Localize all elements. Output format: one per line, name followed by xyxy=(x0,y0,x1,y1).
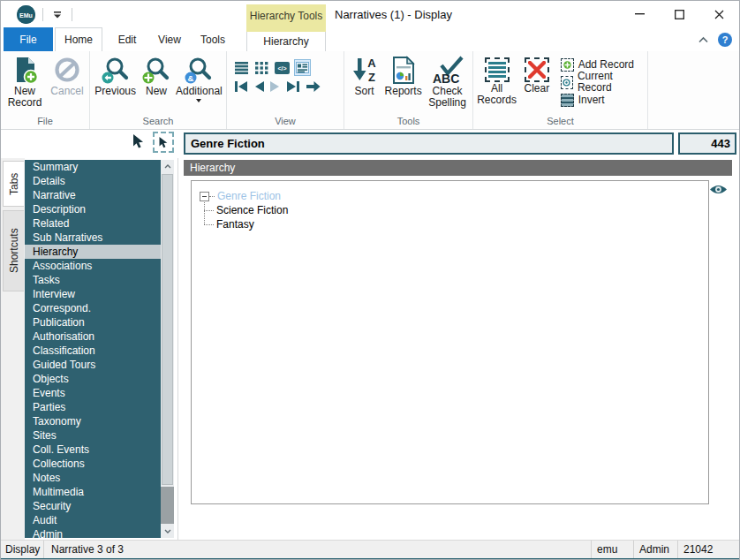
minimize-button[interactable] xyxy=(620,1,660,27)
collapse-node-icon[interactable] xyxy=(200,192,209,201)
next-record-icon[interactable] xyxy=(269,80,282,93)
svg-text:ABC: ABC xyxy=(433,72,459,85)
sidebar-tab-item[interactable]: Hierarchy xyxy=(25,245,161,259)
visibility-eye-icon[interactable] xyxy=(709,183,728,196)
collapse-ribbon-icon[interactable] xyxy=(698,36,709,43)
sidebar-tab-item[interactable]: Authorisation xyxy=(25,329,161,344)
select-current-record-button[interactable]: Current Record xyxy=(561,75,646,89)
sidebar-tab-item[interactable]: Audit xyxy=(25,513,161,527)
status-number: 21042 xyxy=(678,543,739,556)
ribbon-group-search: Previous New xyxy=(90,51,227,129)
sidebar-tab-item[interactable]: Description xyxy=(25,202,161,216)
select-pointer-icon[interactable] xyxy=(153,132,174,153)
sidebar-tab-item[interactable]: Multimedia xyxy=(25,485,161,499)
select-add-record-label: Add Record xyxy=(578,59,634,71)
select-invert-button[interactable]: Invert xyxy=(561,93,646,107)
scrollbar-track[interactable] xyxy=(161,487,174,524)
previous-search-button[interactable]: Previous xyxy=(92,54,139,97)
scroll-down-icon[interactable] xyxy=(161,525,174,538)
sidebar-tab-item[interactable]: Sub Narratives xyxy=(25,231,161,245)
check-spelling-label: Check Spelling xyxy=(424,86,471,109)
hierarchy-tree: Genre Fiction Science Fiction Fantasy xyxy=(191,180,709,504)
sidebar-tab-item[interactable]: Details xyxy=(25,174,161,188)
sidebar-tab-item[interactable]: Collections xyxy=(25,457,161,471)
sidebar-tab-list: Summary Details Narrative Description Re… xyxy=(25,160,161,538)
select-invert-icon xyxy=(561,94,574,107)
sidebar-tab-item[interactable]: Parties xyxy=(25,400,161,414)
record-title-field[interactable]: Genre Fiction xyxy=(184,132,674,155)
tree-root-label[interactable]: Genre Fiction xyxy=(217,190,281,202)
hierarchy-panel: Hierarchy Genre Fiction Science Fiction … xyxy=(179,158,739,540)
last-record-icon[interactable] xyxy=(286,80,300,93)
additional-search-label: Additional xyxy=(176,86,223,97)
sidebar-tab-item[interactable]: Events xyxy=(25,386,161,400)
svg-text:EMu: EMu xyxy=(19,11,33,18)
sidebar-tab-item[interactable]: Coll. Events xyxy=(25,443,161,457)
reports-label: Reports xyxy=(385,86,422,97)
maximize-button[interactable] xyxy=(660,1,699,27)
sort-label: Sort xyxy=(355,86,374,97)
goto-record-icon[interactable] xyxy=(305,80,321,93)
ribbon: New Record Cancel File xyxy=(1,51,739,130)
sidebar-tab-item[interactable]: Summary xyxy=(25,160,161,174)
svg-text:A: A xyxy=(367,57,376,70)
status-record-position: Narrative 3 of 3 xyxy=(44,543,591,556)
list-view-icon[interactable] xyxy=(234,60,249,75)
sidebar-tab-item[interactable]: Tasks xyxy=(25,273,161,287)
scroll-up-icon[interactable] xyxy=(161,160,174,173)
sidebar-scrollbar[interactable] xyxy=(161,160,174,538)
tab-sidebar: Summary Details Narrative Description Re… xyxy=(25,160,174,538)
sort-icon: A Z xyxy=(351,56,379,85)
code-view-icon[interactable]: </> xyxy=(275,60,290,75)
tree-child-row[interactable]: Fantasy xyxy=(195,217,705,231)
cancel-button[interactable]: Cancel xyxy=(47,54,87,97)
tab-file[interactable]: File xyxy=(4,27,53,51)
additional-search-button[interactable]: & Additional xyxy=(174,54,224,102)
group-label-search: Search xyxy=(90,115,226,129)
sidebar-tab-item[interactable]: Interview xyxy=(25,287,161,301)
ribbon-group-tools: A Z Sort xyxy=(344,51,473,129)
sidebar-tab-item[interactable]: Sites xyxy=(25,428,161,443)
sidebar-tab-item[interactable]: Objects xyxy=(25,372,161,386)
emu-logo-icon[interactable]: EMu xyxy=(17,5,35,24)
sort-button[interactable]: A Z Sort xyxy=(346,54,382,97)
first-record-icon[interactable] xyxy=(234,80,248,93)
tree-root-row[interactable]: Genre Fiction xyxy=(195,189,705,203)
tab-tools[interactable]: Tools xyxy=(192,27,234,51)
pointer-cursor-icon[interactable] xyxy=(132,133,145,149)
quick-access-dropdown-icon[interactable] xyxy=(50,7,64,21)
new-record-button[interactable]: New Record xyxy=(3,54,47,109)
new-search-button[interactable]: New xyxy=(139,54,173,97)
previous-search-label: Previous xyxy=(94,86,136,97)
tab-hierarchy[interactable]: Hierarchy xyxy=(246,32,326,51)
all-records-button[interactable]: All Records xyxy=(475,54,518,106)
select-current-record-label: Current Record xyxy=(578,71,646,94)
scrollbar-thumb[interactable] xyxy=(162,174,173,485)
sidebar-tab-item[interactable]: Security xyxy=(25,499,161,513)
help-icon[interactable]: ? xyxy=(718,33,732,47)
sidebar-tab-item[interactable]: Narrative xyxy=(25,188,161,202)
reports-button[interactable]: Reports xyxy=(382,54,424,97)
sidebar-tab-item[interactable]: Related xyxy=(25,216,161,231)
side-tab-tabs[interactable]: Tabs xyxy=(3,161,24,207)
sidebar-tab-item[interactable]: Taxonomy xyxy=(25,414,161,428)
side-tab-shortcuts[interactable]: Shortcuts xyxy=(3,210,24,291)
close-button[interactable] xyxy=(699,1,739,27)
sidebar-tab-item[interactable]: Notes xyxy=(25,471,161,485)
grid-view-icon[interactable] xyxy=(254,60,269,75)
details-view-icon[interactable] xyxy=(295,60,310,75)
sidebar-tab-item[interactable]: Associations xyxy=(25,259,161,273)
sidebar-tab-item[interactable]: Guided Tours xyxy=(25,358,161,372)
tree-child-row[interactable]: Science Fiction xyxy=(195,203,705,217)
sidebar-tab-item[interactable]: Classification xyxy=(25,344,161,358)
sidebar-tab-item[interactable]: Correspond. xyxy=(25,301,161,315)
sidebar-tab-item[interactable]: Admin xyxy=(25,527,161,538)
group-label-view: View xyxy=(227,115,344,129)
tab-home[interactable]: Home xyxy=(55,27,102,51)
clear-selection-button[interactable]: Clear xyxy=(518,54,555,95)
tab-view[interactable]: View xyxy=(150,27,189,51)
check-spelling-button[interactable]: ABC Check Spelling xyxy=(424,54,471,109)
previous-record-icon[interactable] xyxy=(253,80,265,93)
tab-edit[interactable]: Edit xyxy=(107,27,147,51)
sidebar-tab-item[interactable]: Publication xyxy=(25,315,161,329)
